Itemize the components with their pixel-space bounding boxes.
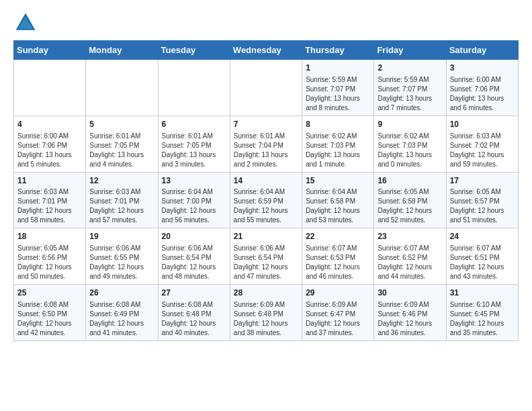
day-info: Sunrise: 6:09 AM	[234, 300, 298, 310]
day-number: 27	[162, 287, 226, 299]
day-number: 18	[17, 231, 82, 242]
day-info: Sunrise: 6:07 AM	[306, 244, 370, 253]
day-number: 6	[162, 119, 226, 130]
calendar-cell: 7Sunrise: 6:01 AMSunset: 7:04 PMDaylight…	[230, 116, 302, 172]
day-info: Sunrise: 6:02 AM	[378, 132, 442, 141]
day-info: Daylight: 12 hours and 41 minutes.	[89, 319, 154, 338]
day-info: Sunset: 6:54 PM	[162, 253, 226, 263]
calendar-cell: 24Sunrise: 6:07 AMSunset: 6:51 PMDayligh…	[446, 228, 518, 285]
day-number: 19	[89, 231, 154, 242]
day-info: Daylight: 12 hours and 50 minutes.	[17, 263, 82, 281]
col-header-saturday: Saturday	[446, 41, 518, 60]
day-info: Sunrise: 6:04 AM	[234, 187, 298, 197]
calendar-cell: 1Sunrise: 5:59 AMSunset: 7:07 PMDaylight…	[302, 60, 374, 116]
day-number: 26	[89, 287, 154, 299]
calendar-cell: 28Sunrise: 6:09 AMSunset: 6:48 PMDayligh…	[230, 285, 302, 341]
calendar-cell	[230, 60, 302, 116]
day-info: Daylight: 12 hours and 52 minutes.	[378, 206, 442, 225]
day-info: Sunset: 6:54 PM	[234, 253, 298, 263]
week-row-4: 18Sunrise: 6:05 AMSunset: 6:56 PMDayligh…	[14, 228, 519, 285]
day-info: Daylight: 13 hours and 5 minutes.	[17, 150, 82, 169]
day-info: Sunrise: 6:09 AM	[378, 300, 442, 310]
calendar-cell: 20Sunrise: 6:06 AMSunset: 6:54 PMDayligh…	[158, 228, 230, 285]
day-number: 24	[450, 231, 515, 242]
day-number: 23	[378, 231, 442, 242]
day-info: Sunrise: 6:09 AM	[306, 300, 370, 310]
day-info: Sunrise: 6:06 AM	[89, 244, 154, 253]
day-number: 7	[234, 119, 298, 130]
day-number: 30	[378, 287, 442, 299]
calendar-cell: 5Sunrise: 6:01 AMSunset: 7:05 PMDaylight…	[86, 116, 158, 172]
day-number: 29	[306, 287, 370, 299]
day-info: Daylight: 12 hours and 38 minutes.	[234, 319, 298, 338]
calendar-cell: 10Sunrise: 6:03 AMSunset: 7:02 PMDayligh…	[446, 116, 518, 172]
calendar-cell: 19Sunrise: 6:06 AMSunset: 6:55 PMDayligh…	[86, 228, 158, 285]
day-number: 4	[17, 119, 82, 130]
calendar-cell: 21Sunrise: 6:06 AMSunset: 6:54 PMDayligh…	[230, 228, 302, 285]
col-header-wednesday: Wednesday	[230, 41, 302, 60]
day-info: Sunrise: 6:00 AM	[17, 132, 82, 141]
day-number: 17	[450, 175, 515, 187]
calendar-cell: 6Sunrise: 6:01 AMSunset: 7:05 PMDaylight…	[158, 116, 230, 172]
day-info: Daylight: 12 hours and 40 minutes.	[162, 319, 226, 338]
day-info: Daylight: 13 hours and 3 minutes.	[162, 150, 226, 169]
day-info: Daylight: 12 hours and 47 minutes.	[234, 263, 298, 281]
day-info: Daylight: 13 hours and 0 minutes.	[378, 150, 442, 169]
day-info: Daylight: 13 hours and 1 minute.	[306, 150, 370, 169]
day-info: Sunset: 7:07 PM	[306, 85, 370, 94]
day-info: Daylight: 13 hours and 6 minutes.	[450, 94, 515, 113]
day-info: Sunset: 6:47 PM	[306, 310, 370, 319]
calendar-cell: 2Sunrise: 5:59 AMSunset: 7:07 PMDaylight…	[374, 60, 446, 116]
day-info: Sunset: 6:55 PM	[89, 253, 154, 263]
day-info: Sunset: 7:06 PM	[450, 85, 515, 94]
day-info: Sunrise: 6:05 AM	[17, 244, 82, 253]
day-info: Sunrise: 6:08 AM	[17, 300, 82, 310]
day-number: 22	[306, 231, 370, 242]
calendar-cell: 31Sunrise: 6:10 AMSunset: 6:45 PMDayligh…	[446, 285, 518, 341]
col-header-thursday: Thursday	[302, 41, 374, 60]
day-info: Sunrise: 6:06 AM	[162, 244, 226, 253]
day-info: Sunset: 6:45 PM	[450, 310, 515, 319]
header-row: SundayMondayTuesdayWednesdayThursdayFrid…	[14, 41, 519, 60]
day-info: Sunset: 6:58 PM	[306, 197, 370, 206]
day-number: 13	[162, 175, 226, 187]
day-info: Daylight: 12 hours and 55 minutes.	[234, 206, 298, 225]
calendar-cell	[158, 60, 230, 116]
day-info: Sunrise: 6:07 AM	[378, 244, 442, 253]
day-info: Sunset: 7:02 PM	[450, 141, 515, 150]
day-info: Sunset: 6:56 PM	[17, 253, 82, 263]
day-info: Sunrise: 6:05 AM	[378, 187, 442, 197]
day-info: Daylight: 12 hours and 43 minutes.	[450, 263, 515, 281]
day-info: Sunset: 6:52 PM	[378, 253, 442, 263]
calendar-cell: 23Sunrise: 6:07 AMSunset: 6:52 PMDayligh…	[374, 228, 446, 285]
calendar-table: SundayMondayTuesdayWednesdayThursdayFrid…	[13, 40, 519, 341]
page-header	[13, 11, 519, 35]
day-info: Sunset: 7:00 PM	[162, 197, 226, 206]
day-info: Sunset: 7:03 PM	[378, 141, 442, 150]
day-info: Daylight: 13 hours and 4 minutes.	[89, 150, 154, 169]
day-number: 28	[234, 287, 298, 299]
day-number: 16	[378, 175, 442, 187]
day-info: Sunset: 6:57 PM	[450, 197, 515, 206]
logo	[13, 11, 40, 35]
day-info: Sunrise: 6:03 AM	[450, 132, 515, 141]
day-number: 31	[450, 287, 515, 299]
day-info: Daylight: 12 hours and 46 minutes.	[306, 263, 370, 281]
day-number: 15	[306, 175, 370, 187]
calendar-cell: 3Sunrise: 6:00 AMSunset: 7:06 PMDaylight…	[446, 60, 518, 116]
day-number: 5	[89, 119, 154, 130]
day-number: 11	[17, 175, 82, 187]
day-info: Sunset: 6:46 PM	[378, 310, 442, 319]
calendar-cell: 17Sunrise: 6:05 AMSunset: 6:57 PMDayligh…	[446, 172, 518, 228]
day-info: Daylight: 12 hours and 53 minutes.	[306, 206, 370, 225]
calendar-cell: 26Sunrise: 6:08 AMSunset: 6:49 PMDayligh…	[86, 285, 158, 341]
day-info: Sunrise: 6:06 AM	[234, 244, 298, 253]
day-info: Sunset: 7:01 PM	[17, 197, 82, 206]
day-info: Sunrise: 6:04 AM	[162, 187, 226, 197]
logo-icon	[13, 11, 38, 35]
day-info: Sunrise: 6:08 AM	[89, 300, 154, 310]
day-info: Sunset: 6:48 PM	[234, 310, 298, 319]
day-info: Daylight: 13 hours and 2 minutes.	[234, 150, 298, 169]
calendar-cell: 12Sunrise: 6:03 AMSunset: 7:01 PMDayligh…	[86, 172, 158, 228]
day-info: Sunrise: 6:07 AM	[450, 244, 515, 253]
